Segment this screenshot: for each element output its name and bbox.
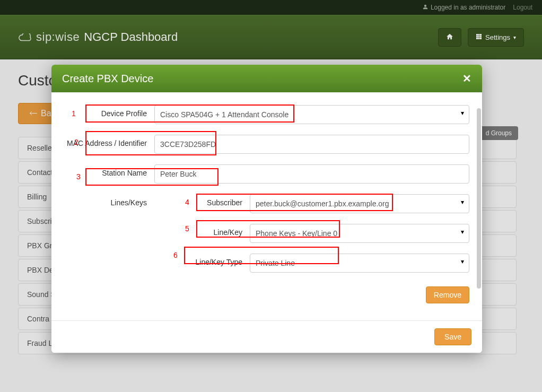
device-profile-select-wrap: Cisco SPA504G + 1 Attendant Console <box>154 105 469 124</box>
subscriber-select[interactable]: peter.buck@customer1.pbx.example.org <box>250 194 469 213</box>
scrollbar[interactable] <box>477 108 481 289</box>
modal-footer: Save <box>51 320 482 353</box>
label-mac: MAC Address / Identifier <box>64 135 154 147</box>
station-wrap <box>154 164 469 184</box>
row-station: Station Name <box>64 164 469 184</box>
remove-row: Remove <box>64 283 469 303</box>
mac-input[interactable] <box>154 135 469 154</box>
row-lines-keys-subscriber: Lines/Keys Subscriber peter.buck@custome… <box>64 194 469 213</box>
label-device-profile: Device Profile <box>64 105 154 118</box>
modal-body: Device Profile Cisco SPA504G + 1 Attenda… <box>51 92 482 320</box>
station-input[interactable] <box>154 164 469 184</box>
device-profile-select[interactable]: Cisco SPA504G + 1 Attendant Console <box>154 105 469 124</box>
label-line-key: Line/Key <box>64 224 250 237</box>
line-key-type-wrap: Private Line <box>250 254 469 273</box>
line-key-type-select[interactable]: Private Line <box>250 254 469 273</box>
line-key-select[interactable]: Phone Keys - Key/Line 0 <box>250 224 469 243</box>
label-subscriber: Subscriber <box>154 194 250 207</box>
save-button[interactable]: Save <box>434 328 471 345</box>
modal-header: Create PBX Device ✕ <box>51 65 482 92</box>
row-line-key-type: Line/Key Type Private Line <box>64 254 469 273</box>
label-line-key-type: Line/Key Type <box>64 254 250 266</box>
mac-wrap <box>154 135 469 154</box>
row-device-profile: Device Profile Cisco SPA504G + 1 Attenda… <box>64 105 469 124</box>
label-station: Station Name <box>64 164 154 177</box>
close-icon[interactable]: ✕ <box>462 72 471 85</box>
row-mac: MAC Address / Identifier <box>64 135 469 154</box>
modal: Create PBX Device ✕ Device Profile Cisco… <box>51 65 482 353</box>
modal-title: Create PBX Device <box>62 73 153 85</box>
row-line-key: Line/Key Phone Keys - Key/Line 0 <box>64 224 469 243</box>
remove-button[interactable]: Remove <box>426 286 469 303</box>
label-lines-keys: Lines/Keys <box>64 194 154 207</box>
line-key-wrap: Phone Keys - Key/Line 0 <box>250 224 469 243</box>
subscriber-wrap: peter.buck@customer1.pbx.example.org <box>250 194 469 213</box>
